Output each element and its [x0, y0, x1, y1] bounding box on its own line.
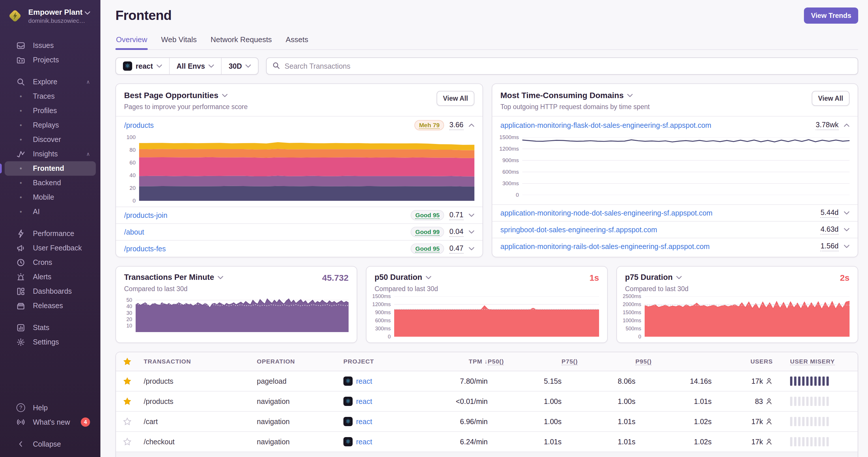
p75-cell: 8.06s [618, 377, 636, 386]
transaction-link[interactable]: /products [144, 377, 257, 386]
chevron-up-icon[interactable]: ∧ [86, 151, 90, 157]
domain-link[interactable]: application-monitoring-flask-dot-sales-e… [500, 121, 711, 130]
col-users[interactable]: USERS [750, 358, 773, 365]
project-cell: ⚛react [343, 437, 429, 446]
sidebar-item-frontend[interactable]: •Frontend [5, 161, 96, 176]
metric-subtitle: Compared to last 30d [625, 285, 849, 293]
sidebar-item-ai[interactable]: •AI [5, 204, 96, 219]
favorite-star-icon[interactable] [123, 417, 144, 426]
megaphone-icon [16, 243, 25, 253]
p95-cell: 1.02s [694, 418, 712, 426]
whats-new-count-badge: 4 [81, 418, 90, 427]
user-icon [765, 418, 773, 425]
chevron-down-icon[interactable] [676, 276, 682, 279]
project-link[interactable]: react [356, 418, 372, 426]
chevron-up-icon[interactable]: ∧ [86, 79, 90, 85]
org-switcher[interactable]: Empower Plant dominik.buszowiec… [0, 0, 100, 30]
sidebar-item-user-feedback[interactable]: User Feedback [5, 241, 96, 255]
sidebar-item-alerts[interactable]: Alerts [5, 270, 96, 284]
sidebar-item-issues[interactable]: Issues [5, 38, 96, 53]
panel-title: Most Time-Consuming Domains [500, 91, 650, 100]
favorite-star-icon[interactable] [123, 377, 144, 386]
domain-link[interactable]: application-monitoring-rails-dot-sales-e… [500, 242, 710, 251]
domain-link[interactable]: springboot-dot-sales-engineering-sf.apps… [500, 226, 657, 234]
chevron-down-icon[interactable] [627, 94, 633, 97]
environment-filter[interactable]: All Envs [169, 58, 221, 74]
sidebar-item-mobile[interactable]: •Mobile [5, 190, 96, 204]
transaction-link[interactable]: /cart [144, 418, 257, 426]
col-tpm[interactable]: TPM ↓ [469, 358, 488, 365]
page-link[interactable]: /about [124, 228, 144, 236]
tab-assets[interactable]: Assets [285, 32, 309, 49]
project-filter[interactable]: ⚛ react [116, 58, 169, 74]
project-link[interactable]: react [356, 438, 372, 446]
chevron-up-icon[interactable] [469, 124, 474, 127]
page-link[interactable]: /products-join [124, 211, 167, 220]
col-operation[interactable]: OPERATION [257, 358, 343, 365]
sidebar-item-profiles[interactable]: •Profiles [5, 104, 96, 118]
tab-network-requests[interactable]: Network Requests [210, 32, 272, 49]
chevron-down-icon[interactable] [222, 94, 228, 97]
user-icon [765, 378, 773, 385]
col-transaction[interactable]: TRANSACTION [144, 358, 257, 365]
page-link[interactable]: /products-fes [124, 244, 166, 253]
sidebar-item-backend[interactable]: •Backend [5, 176, 96, 190]
chevron-down-icon[interactable] [469, 247, 474, 251]
date-range-filter[interactable]: 30D [221, 58, 258, 74]
sidebar-section-insights[interactable]: Insights ∧ [5, 147, 96, 161]
sidebar-item-releases[interactable]: Releases [5, 299, 96, 313]
page-link[interactable]: /products [124, 121, 154, 130]
domain-duration-chart: 1500ms1200ms900ms600ms300ms0 [492, 134, 858, 204]
col-p95[interactable]: P95() [636, 358, 712, 365]
sidebar-item-performance[interactable]: Performance [5, 227, 96, 241]
chevron-down-icon[interactable] [426, 276, 431, 279]
sidebar-section-explore[interactable]: Explore ∧ [5, 75, 96, 89]
sidebar-item-help[interactable]: ? Help [5, 400, 96, 415]
page-filters: ⚛ react All Envs 30D [116, 57, 258, 75]
tab-overview[interactable]: Overview [116, 32, 148, 49]
favorite-star-icon[interactable] [123, 357, 144, 366]
row-value: 5.44d [820, 208, 839, 218]
search-input[interactable] [284, 62, 852, 70]
chevron-down-icon[interactable] [469, 214, 474, 217]
sidebar-item-whats-new[interactable]: What's new 4 [5, 415, 96, 429]
view-trends-button[interactable]: View Trends [804, 7, 858, 24]
sidebar-item-traces[interactable]: •Traces [5, 89, 96, 104]
view-all-button[interactable]: View All [437, 91, 474, 106]
sidebar-item-discover[interactable]: •Discover [5, 132, 96, 147]
col-p50[interactable]: P50() [488, 358, 562, 365]
chevron-down-icon[interactable] [844, 244, 849, 248]
metric-subtitle: Compared to last 30d [375, 285, 599, 293]
chevron-up-icon[interactable] [844, 124, 849, 127]
tab-web-vitals[interactable]: Web Vitals [160, 32, 197, 49]
sidebar-item-replays[interactable]: •Replays [5, 118, 96, 132]
favorite-star-icon[interactable] [123, 397, 144, 406]
chevron-down-icon[interactable] [844, 228, 849, 231]
project-link[interactable]: react [356, 377, 372, 386]
bullet-icon: • [16, 135, 25, 144]
transaction-link[interactable]: /products [144, 397, 257, 406]
col-user-misery[interactable]: USER MISERY [790, 358, 851, 365]
sidebar-item-projects[interactable]: Projects [5, 53, 96, 67]
col-project[interactable]: PROJECT [343, 358, 429, 365]
transaction-link[interactable]: /checkout [144, 438, 257, 446]
sidebar-item-stats[interactable]: Stats [5, 321, 96, 335]
chevron-down-icon[interactable] [844, 211, 849, 215]
chevron-down-icon[interactable] [469, 230, 474, 234]
search-bar[interactable] [266, 57, 858, 75]
favorite-star-icon[interactable] [123, 437, 144, 446]
metric-subtitle: Compared to last 30d [124, 285, 349, 293]
view-all-button[interactable]: View All [812, 91, 849, 106]
sort-desc-icon: ↓ [485, 358, 488, 365]
best-page-opportunities-panel: Best Page Opportunities Pages to improve… [116, 84, 483, 257]
sidebar-item-settings[interactable]: Settings [5, 335, 96, 349]
sidebar-item-crons[interactable]: Crons [5, 255, 96, 270]
siren-icon [16, 272, 25, 282]
sidebar-item-dashboards[interactable]: Dashboards [5, 284, 96, 299]
project-link[interactable]: react [356, 397, 372, 406]
p50-duration-card: p50 Duration 1s Compared to last 30d 150… [366, 266, 608, 343]
domain-link[interactable]: application-monitoring-node-dot-sales-en… [500, 209, 712, 217]
col-p75[interactable]: P75() [562, 358, 636, 365]
chevron-down-icon[interactable] [218, 276, 223, 279]
sidebar-collapse-button[interactable]: Collapse [5, 437, 96, 451]
